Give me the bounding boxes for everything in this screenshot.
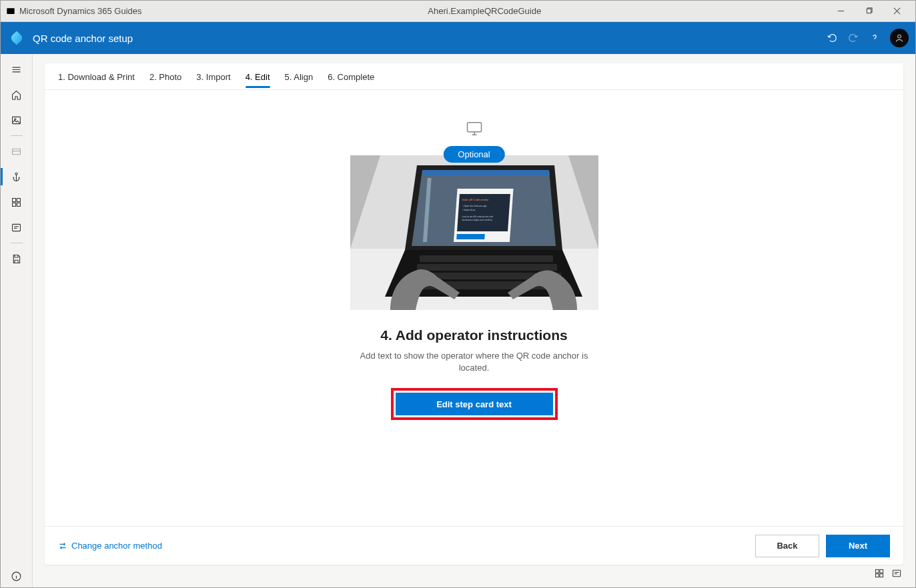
command-bar: QR code anchor setup bbox=[1, 22, 915, 54]
step-illustration: Scan QR Code anchor • Open the HoloLens … bbox=[350, 155, 598, 310]
svg-marker-20 bbox=[422, 170, 550, 175]
optional-badge: Optional bbox=[443, 146, 504, 163]
nav-save-button[interactable] bbox=[1, 246, 33, 271]
window-titlebar: Microsoft Dynamics 365 Guides Aheri.Exam… bbox=[1, 1, 915, 22]
svg-rect-7 bbox=[13, 198, 16, 201]
svg-rect-5 bbox=[13, 149, 21, 155]
svg-rect-37 bbox=[875, 573, 879, 577]
svg-rect-13 bbox=[467, 123, 481, 132]
highlighted-region: Edit step card text bbox=[391, 388, 558, 420]
svg-point-2 bbox=[898, 35, 901, 38]
wizard-bottom-bar: Change anchor method Back Next bbox=[45, 526, 903, 565]
tab-download[interactable]: 1. Download & Print bbox=[58, 72, 135, 87]
document-name: Aheri.ExampleQRCodeGuide bbox=[142, 6, 827, 16]
svg-rect-38 bbox=[880, 573, 883, 577]
app-icon bbox=[6, 7, 15, 16]
page-footer bbox=[45, 565, 903, 583]
tab-complete[interactable]: 6. Complete bbox=[328, 72, 374, 87]
nav-home-button[interactable] bbox=[1, 82, 33, 107]
nav-stepcard-button[interactable] bbox=[1, 215, 33, 240]
svg-rect-1 bbox=[867, 9, 871, 13]
next-button[interactable]: Next bbox=[826, 535, 890, 557]
product-logo-icon bbox=[7, 29, 26, 47]
nav-image-button[interactable] bbox=[1, 107, 33, 133]
svg-rect-36 bbox=[880, 569, 883, 573]
svg-rect-8 bbox=[17, 198, 20, 201]
user-avatar-button[interactable] bbox=[890, 29, 909, 47]
nav-grid-button[interactable] bbox=[1, 189, 33, 215]
svg-rect-11 bbox=[13, 224, 21, 231]
command-bar-title: QR code anchor setup bbox=[33, 33, 133, 44]
back-button[interactable]: Back bbox=[755, 535, 819, 557]
step-title: 4. Add operator instructions bbox=[380, 327, 567, 343]
change-anchor-method-label: Change anchor method bbox=[71, 541, 162, 551]
left-nav-rail bbox=[1, 54, 33, 588]
svg-rect-32 bbox=[417, 264, 557, 271]
nav-hamburger-button[interactable] bbox=[1, 57, 33, 82]
monitor-icon bbox=[465, 119, 484, 138]
svg-text:Scan QR Code anchor: Scan QR Code anchor bbox=[462, 198, 489, 201]
svg-rect-9 bbox=[13, 203, 16, 206]
svg-text:• Select Scan: • Select Scan bbox=[462, 209, 475, 211]
tab-import[interactable]: 3. Import bbox=[196, 72, 230, 87]
help-button[interactable] bbox=[869, 32, 881, 44]
nav-anchor-button[interactable] bbox=[1, 164, 33, 189]
step-subtitle: Add text to show the operator where the … bbox=[354, 350, 594, 373]
undo-button[interactable] bbox=[826, 32, 838, 44]
svg-rect-10 bbox=[17, 203, 20, 206]
window-restore-button[interactable] bbox=[855, 1, 882, 21]
svg-rect-31 bbox=[420, 255, 553, 262]
view-grid-button[interactable] bbox=[874, 568, 885, 581]
svg-rect-0 bbox=[7, 8, 14, 14]
step-content: Optional bbox=[45, 90, 903, 526]
tab-align[interactable]: 5. Align bbox=[285, 72, 314, 87]
svg-text:• Open the HoloLens app: • Open the HoloLens app bbox=[462, 205, 486, 207]
view-card-button[interactable] bbox=[891, 568, 902, 581]
svg-rect-39 bbox=[893, 570, 900, 577]
app-name: Microsoft Dynamics 365 Guides bbox=[19, 6, 142, 16]
nav-card-button[interactable] bbox=[1, 139, 33, 164]
redo-button[interactable] bbox=[847, 32, 859, 44]
wizard-tabs: 1. Download & Print 2. Photo 3. Import 4… bbox=[45, 63, 903, 90]
svg-text:the blue box aligns and confir: the blue box aligns and confirms. bbox=[462, 219, 493, 221]
svg-rect-29 bbox=[456, 234, 485, 239]
svg-point-6 bbox=[15, 173, 17, 175]
svg-text:Look at the QR code anchor unt: Look at the QR code anchor until bbox=[462, 215, 493, 218]
svg-point-4 bbox=[15, 118, 16, 119]
page-body: 1. Download & Print 2. Photo 3. Import 4… bbox=[33, 54, 915, 588]
tab-photo[interactable]: 2. Photo bbox=[149, 72, 181, 87]
window-minimize-button[interactable] bbox=[827, 1, 854, 21]
edit-step-card-button[interactable]: Edit step card text bbox=[396, 393, 553, 415]
svg-rect-35 bbox=[875, 569, 879, 573]
window-close-button[interactable] bbox=[883, 1, 910, 21]
nav-info-button[interactable] bbox=[1, 563, 33, 588]
swap-icon bbox=[58, 541, 67, 551]
tab-edit[interactable]: 4. Edit bbox=[246, 72, 270, 87]
wizard-card: 1. Download & Print 2. Photo 3. Import 4… bbox=[45, 63, 903, 565]
change-anchor-method-link[interactable]: Change anchor method bbox=[58, 541, 162, 551]
